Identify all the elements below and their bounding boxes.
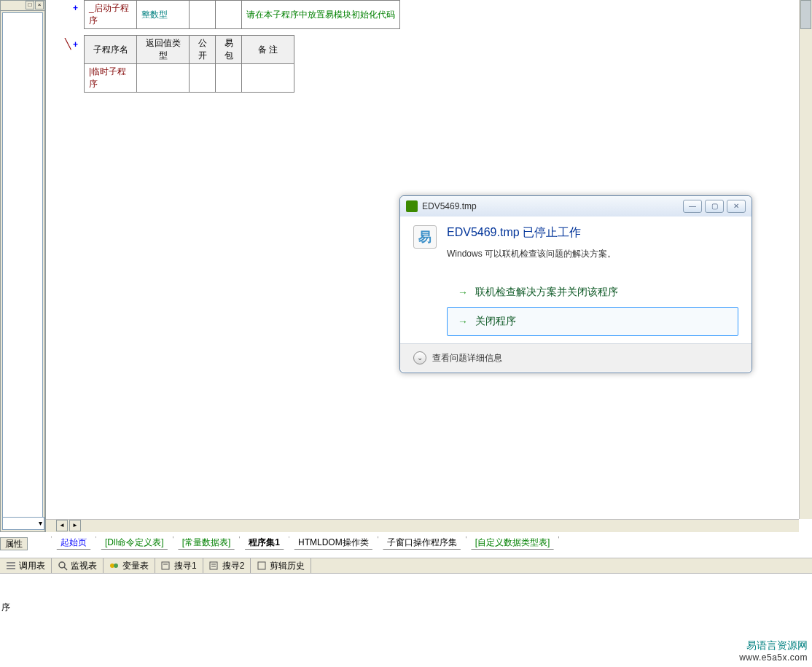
sub-public-cell[interactable] xyxy=(190,1,216,29)
list-icon xyxy=(6,561,16,571)
sub-type-cell[interactable]: 整数型 xyxy=(137,1,190,29)
tab-startpage[interactable]: 起始页 xyxy=(51,537,96,550)
tb-clip-history[interactable]: 剪辑历史 xyxy=(251,558,311,573)
sub2-public-cell[interactable] xyxy=(190,64,216,93)
dialog-app-icon xyxy=(406,200,418,212)
tb-call-table[interactable]: 调用表 xyxy=(0,558,52,573)
left-properties-panel: □ × xyxy=(0,0,45,532)
sub2-name-cell[interactable]: |临时子程序 xyxy=(85,64,137,93)
dialog-option2-label: 关闭程序 xyxy=(475,315,516,328)
expand-details-button[interactable]: ⌄ xyxy=(413,351,426,364)
svg-rect-1 xyxy=(7,565,15,566)
panel-dropdown[interactable] xyxy=(2,517,44,530)
clip-icon xyxy=(257,561,267,571)
sub-pkg-cell[interactable] xyxy=(216,1,242,29)
horizontal-scrollbar[interactable]: ◄ ► xyxy=(46,519,799,532)
v-scroll-thumb[interactable] xyxy=(800,0,811,29)
header-name: 子程序名 xyxy=(85,36,137,64)
svg-line-4 xyxy=(64,567,67,570)
dialog-footer: ⌄ 查看问题详细信息 xyxy=(400,343,752,372)
tb-call-table-label: 调用表 xyxy=(19,560,45,572)
tb-search2-label: 搜寻2 xyxy=(222,560,245,572)
header-rettype: 返回值类型 xyxy=(137,36,190,64)
dialog-close-button[interactable]: ✕ xyxy=(727,200,746,213)
tab-program-set1[interactable]: 程序集1 xyxy=(239,537,289,550)
subroutine-row[interactable]: _启动子程序 整数型 请在本子程序中放置易模块初始化代码 xyxy=(85,1,400,29)
tb-var-table[interactable]: 变量表 xyxy=(104,558,155,573)
dialog-option1-label: 联机检查解决方案并关闭该程序 xyxy=(475,286,618,299)
sub2-remark-cell[interactable] xyxy=(242,64,294,93)
header-remark: 备 注 xyxy=(242,36,294,64)
dialog-title-text: EDV5469.tmp xyxy=(422,201,680,211)
tab-custom-type[interactable]: [自定义数据类型表] xyxy=(466,537,560,550)
header-pkg: 易包 xyxy=(216,36,242,64)
svg-point-6 xyxy=(114,563,118,568)
tb-search1-label: 搜寻1 xyxy=(174,560,197,572)
dialog-minimize-button[interactable]: — xyxy=(683,200,702,213)
tag-icon xyxy=(109,561,120,571)
tb-search2[interactable]: 搜寻2 xyxy=(203,558,251,573)
search2-icon xyxy=(209,561,219,571)
tb-watch-table[interactable]: 监视表 xyxy=(52,558,104,573)
arrow-right-icon: → xyxy=(458,316,468,327)
panel-listbox[interactable] xyxy=(2,12,43,520)
panel-close-icon[interactable]: × xyxy=(35,1,44,9)
svg-rect-12 xyxy=(258,562,265,569)
sub-name-cell[interactable]: _启动子程序 xyxy=(85,1,137,29)
tb-search1[interactable]: 搜寻1 xyxy=(155,558,203,573)
dialog-option-check-online[interactable]: → 联机检查解决方案并关闭该程序 xyxy=(447,278,738,307)
document-tab-row: 起始页 [Dll命令定义表] [常量数据表] 程序集1 HTMLDOM操作类 子… xyxy=(51,536,558,550)
panel-titlebar: □ × xyxy=(1,1,44,11)
gutter-pen-plus[interactable]: ╲ + xyxy=(55,38,81,50)
dialog-option-close-program[interactable]: → 关闭程序 xyxy=(447,307,738,336)
tb-var-table-label: 变量表 xyxy=(122,560,149,572)
properties-tab[interactable]: 属性 xyxy=(0,537,28,550)
watermark-line1: 易语言资源网 xyxy=(739,639,808,652)
sub2-type-cell[interactable] xyxy=(137,64,190,93)
crash-dialog: EDV5469.tmp — ▢ ✕ 易 EDV5469.tmp 已停止工作 Wi… xyxy=(399,195,752,373)
sub-remark-cell[interactable]: 请在本子程序中放置易模块初始化代码 xyxy=(242,1,400,29)
bottom-tool-tabs: 调用表 监视表 变量表 搜寻1 搜寻2 剪辑历史 xyxy=(0,558,812,574)
svg-rect-9 xyxy=(210,562,217,569)
tab-subwindow[interactable]: 子窗口操作程序集 xyxy=(378,537,466,550)
dialog-footer-text[interactable]: 查看问题详细信息 xyxy=(432,352,502,364)
sub2-pkg-cell[interactable] xyxy=(216,64,242,93)
h-scroll-left-icon[interactable]: ◄ xyxy=(56,520,68,531)
h-scroll-right-icon[interactable]: ► xyxy=(69,520,81,531)
table-header-row: 子程序名 返回值类型 公开 易包 备 注 xyxy=(85,36,294,64)
dialog-body: 易 EDV5469.tmp 已停止工作 Windows 可以联机检查该问题的解决… xyxy=(400,217,752,343)
dialog-subtext: Windows 可以联机检查该问题的解决方案。 xyxy=(447,248,738,260)
subroutine-row-2[interactable]: |临时子程序 xyxy=(85,64,294,93)
tb-watch-table-label: 监视表 xyxy=(71,560,97,572)
status-text: 序 xyxy=(0,601,10,614)
svg-rect-0 xyxy=(7,562,15,563)
dialog-heading: EDV5469.tmp 已停止工作 xyxy=(447,225,738,241)
tab-dll-cmd[interactable]: [Dll命令定义表] xyxy=(95,537,173,550)
vertical-scrollbar[interactable] xyxy=(799,0,812,519)
dialog-maximize-button[interactable]: ▢ xyxy=(705,200,724,213)
watermark-url: www.e5a5x.com xyxy=(739,652,808,663)
header-public: 公开 xyxy=(190,36,216,64)
arrow-right-icon: → xyxy=(458,286,468,298)
svg-rect-7 xyxy=(162,562,169,569)
tb-clip-history-label: 剪辑历史 xyxy=(270,560,305,572)
tab-html-dom[interactable]: HTMLDOM操作类 xyxy=(289,537,378,550)
dialog-titlebar[interactable]: EDV5469.tmp — ▢ ✕ xyxy=(400,196,752,217)
dialog-program-icon: 易 xyxy=(413,225,437,249)
search1-icon xyxy=(161,561,171,571)
svg-rect-2 xyxy=(7,568,15,569)
watermark: 易语言资源网 www.e5a5x.com xyxy=(739,639,808,663)
svg-point-3 xyxy=(59,562,65,568)
gutter-plus-icon[interactable]: + xyxy=(55,3,81,13)
panel-restore-icon[interactable]: □ xyxy=(26,1,34,9)
tab-const-table[interactable]: [常量数据表] xyxy=(173,537,241,550)
magnify-icon xyxy=(58,561,68,571)
